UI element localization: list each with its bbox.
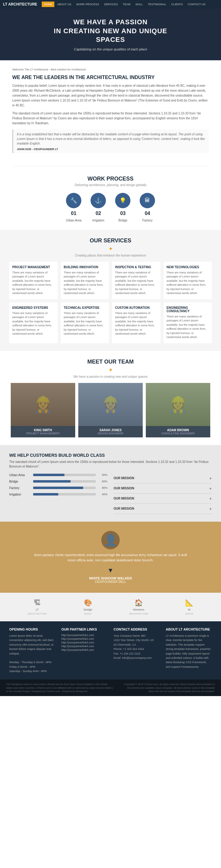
- accordion-title: OUR MISSION: [114, 507, 134, 510]
- work-process-section: WORK PROCESS Delivering architecture, pl…: [0, 168, 221, 230]
- footer-partner-link[interactable]: http://yourpartnerlink5.com: [61, 648, 107, 651]
- nav-link-team[interactable]: TEAM: [121, 2, 133, 7]
- team-section: MEET OUR TEAM ✦ We have a passion in cre…: [0, 351, 221, 445]
- accordion-header[interactable]: OUR MISSION +: [114, 504, 212, 514]
- skills-text: The standard chunk of Lorem Ipsum used s…: [9, 460, 212, 469]
- service-item-text: There are many variations of passages of…: [167, 271, 209, 296]
- team-card: 👷 ADAM BROWN CONSULTING ENGINEER: [146, 383, 210, 437]
- about-heading: WE ARE THE LEADERS IN THE ARCHITECTURAL …: [12, 75, 209, 80]
- quote-author: JOHN DOE - CEO/FOUNDER LT: [17, 148, 205, 151]
- client-sub: ARCHITECTURE: [28, 612, 47, 615]
- testimonial-arrow: ▼: [6, 567, 215, 574]
- team-member-role: PROJECT MANAGEMENT: [13, 432, 73, 435]
- skill-row: Bridge 60%: [9, 480, 107, 483]
- service-item-title: BUILDING INNOVATION: [64, 266, 106, 269]
- clients-grid: 🏗 LT ARCHITECTURE 🎨 Design BUILD 🏠 Homer…: [9, 599, 212, 615]
- wp-step-num: 02: [96, 211, 101, 216]
- testimonial-avatar: 👤: [101, 531, 120, 549]
- skill-bar-fill: [33, 487, 83, 489]
- service-item: NEW TECHNOLOGIES There are many variatio…: [163, 262, 212, 299]
- service-item-text: There are many variations of passages of…: [115, 311, 157, 336]
- skill-row: Factory 80%: [9, 486, 107, 490]
- nav-link-testimonial[interactable]: TESTIMONIAL: [146, 2, 169, 7]
- nav-link-clients[interactable]: CLIENTS: [169, 2, 185, 7]
- accordion-plus-icon: +: [209, 486, 212, 491]
- wp-step: 🔧 01 Urban Area: [66, 193, 82, 222]
- accordion-item[interactable]: OUR MISSION +: [114, 484, 212, 494]
- nav-link-services[interactable]: SERVICES: [102, 2, 120, 7]
- team-member-name: KING SMITH: [13, 429, 73, 432]
- client-name: Design: [84, 608, 93, 611]
- team-member-overlay: SARAH JONES DESIGN ENGINEER: [78, 426, 143, 437]
- skill-row: Irrigation 40%: [9, 493, 107, 496]
- accordion-header[interactable]: OUR MISSION +: [114, 484, 212, 493]
- service-item: BUILDING INNOVATION There are many varia…: [61, 262, 109, 299]
- bottom-right-text: Copyright © 2013 LTheme.com, all rights …: [123, 683, 215, 693]
- nav-link-skill[interactable]: SKILL: [133, 2, 145, 7]
- footer-col-text: Lorem ipsum dolor sit amet, consectetur …: [9, 633, 55, 674]
- accordion-header[interactable]: OUR MISSION +: [114, 494, 212, 503]
- footer-partner-link[interactable]: http://yourpartnerlink1.com: [61, 633, 107, 637]
- team-title: MEET OUR TEAM: [6, 359, 215, 365]
- clients-section: 🏗 LT ARCHITECTURE 🎨 Design BUILD 🏠 Homer…: [0, 593, 221, 621]
- services-grid: PROJECT MANAGEMENT There are many variat…: [9, 262, 212, 343]
- services-subtitle: Creating places that enhance the human e…: [9, 254, 212, 257]
- skill-row: Urban Area 50%: [9, 473, 107, 477]
- nav-link-home[interactable]: HOME: [42, 2, 54, 7]
- wp-step-num: 04: [145, 211, 150, 216]
- footer-column: Contact AddressYour Company Name JBC1152…: [114, 627, 159, 674]
- footer-col-text: LT Architecture is premium single & clea…: [166, 633, 212, 669]
- client-sub: ARCHITECTURE: [129, 612, 148, 615]
- footer-partner-link[interactable]: http://yourpartnerlink4.com: [61, 645, 107, 648]
- testimonial-role: CEO/FOUNDER DELL: [6, 580, 215, 584]
- client-logo: 🎨 Design BUILD: [84, 599, 93, 615]
- service-item-text: There are many variations of passages of…: [115, 271, 157, 296]
- team-member-image: 👷: [146, 383, 210, 426]
- footer-partner-link[interactable]: http://yourpartnerlink2.com: [61, 637, 107, 641]
- footer-partner-link[interactable]: http://yourpartnerlink3.com: [61, 641, 107, 644]
- nav-link-work-process[interactable]: WORK PROCESS: [74, 2, 101, 7]
- wp-step-num: 01: [71, 211, 76, 216]
- footer-column: Opening HoursLorem ipsum dolor sit amet,…: [9, 627, 55, 674]
- wp-step-icon: ⚓: [90, 193, 106, 208]
- team-member-role: CONSULTING ENGINEER: [148, 432, 208, 435]
- wp-step: 🏛 04 Factory: [140, 193, 155, 222]
- skill-percentage: 80%: [98, 486, 107, 489]
- service-item: TECHNICAL EXPERTISE There are many varia…: [61, 302, 109, 343]
- wp-step-icon: 🏛: [140, 193, 155, 208]
- skill-bar-fill: [33, 480, 71, 483]
- testimonial-name: WHITE SHADOW WALKER: [6, 577, 215, 580]
- about-para2: The standard chunk of Lorem Ipsum used s…: [12, 111, 209, 126]
- skill-bar-fill: [33, 474, 65, 476]
- wp-step-icon: 💡: [115, 193, 131, 208]
- nav-link-about-us[interactable]: ABOUT US: [55, 2, 73, 7]
- team-grid: 👷 KING SMITH PROJECT MANAGEMENT 👷 SARAH …: [6, 383, 215, 437]
- accordion-header[interactable]: OUR MISSION +: [114, 473, 212, 483]
- client-logo: 🏠 Homerun ARCHITECTURE: [129, 599, 148, 615]
- footer: Opening HoursLorem ipsum dolor sit amet,…: [0, 621, 221, 680]
- wp-step-label: Bridge: [118, 219, 127, 222]
- service-item-title: INSPECTION & TESTING: [115, 266, 157, 269]
- accordion-title: OUR MISSION: [114, 476, 134, 480]
- wp-step-label: Irrigation: [93, 219, 104, 222]
- wp-step-label: Factory: [142, 219, 153, 222]
- footer-column: Our Partner Linkshttp://yourpartnerlink1…: [61, 627, 107, 674]
- accordion-item[interactable]: OUR MISSION +: [114, 494, 212, 504]
- service-item-title: ENGINEERING CONSULTANCY: [167, 306, 209, 313]
- service-item-title: PROJECT MANAGEMENT: [12, 266, 54, 269]
- client-name: M: [188, 608, 191, 611]
- nav-link-contact-us[interactable]: CONTACT US: [186, 2, 208, 7]
- skill-bar-bg: [33, 474, 96, 476]
- accordion-title: OUR MISSION: [114, 487, 134, 490]
- service-item: ENGINEERING CONSULTANCY There are many v…: [163, 302, 212, 343]
- accordion-item[interactable]: OUR MISSION +: [114, 473, 212, 484]
- hero-title: WE HAVE A PASSION IN CREATING NEW AND UN…: [54, 18, 167, 44]
- skills-heading: WE HELP CUSTOMERS BUILD WORLD CLASS: [9, 453, 212, 458]
- service-item-text: There are many variations of passages of…: [12, 271, 54, 296]
- accordion-item[interactable]: OUR MISSION +: [114, 504, 212, 514]
- skills-section: WE HELP CUSTOMERS BUILD WORLD CLASS The …: [0, 445, 221, 522]
- accordion-plus-icon: +: [209, 496, 212, 501]
- skill-label: Bridge: [9, 480, 31, 483]
- team-member-name: SARAH JONES: [81, 429, 140, 432]
- service-item-title: NEW TECHNOLOGIES: [167, 266, 209, 269]
